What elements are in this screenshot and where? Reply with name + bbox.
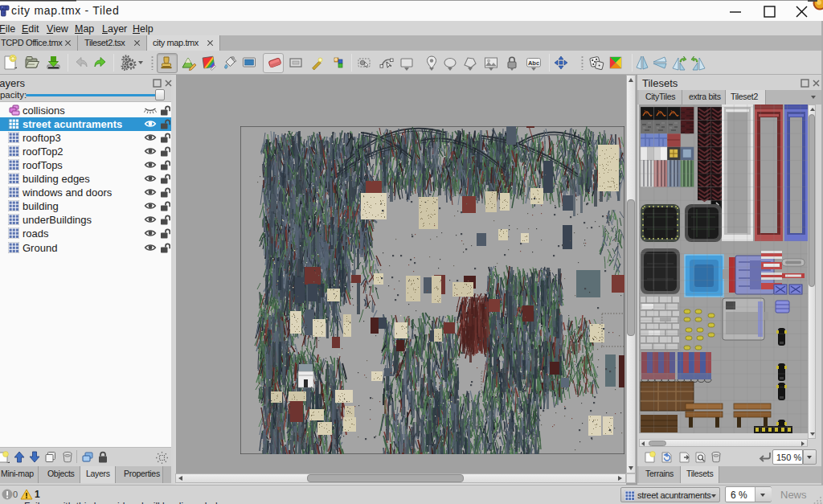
- svg-text:Abc: Abc: [528, 59, 539, 67]
